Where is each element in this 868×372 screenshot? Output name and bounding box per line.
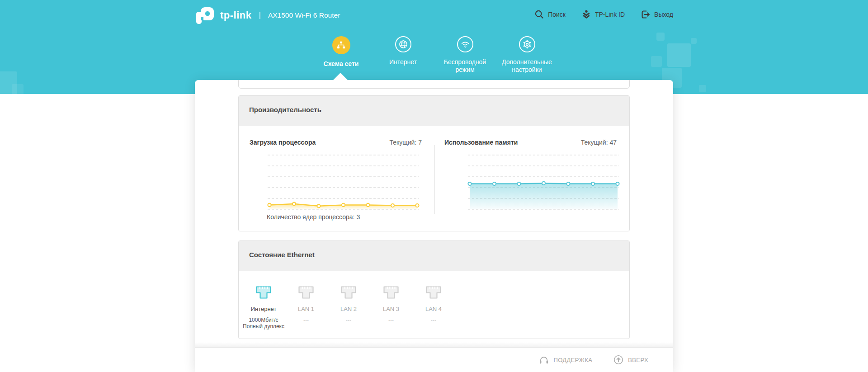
ethernet-port-icon xyxy=(383,286,399,299)
page: tp-link | AX1500 Wi-Fi 6 Router Поиск TP… xyxy=(0,0,868,372)
router-model-title: AX1500 Wi-Fi 6 Router xyxy=(268,11,340,19)
performance-panel: Производительность Загрузка процессора Т… xyxy=(238,95,630,231)
header-actions: Поиск TP-Link ID Выход xyxy=(534,9,673,20)
decor-square xyxy=(691,38,697,44)
port-status: --- xyxy=(388,317,394,323)
card-footer: ПОДДЕРЖКА ВВЕРХ xyxy=(195,347,673,372)
port-status: 1000Мбит/с Полный дуплекс xyxy=(243,317,284,330)
port-label: LAN 3 xyxy=(383,306,399,312)
decor-square xyxy=(667,43,691,67)
ethernet-port-icon xyxy=(425,286,442,299)
port-label: LAN 4 xyxy=(425,306,442,312)
search-button[interactable]: Поиск xyxy=(534,9,566,20)
ethernet-ports: Интернет 1000Мбит/с Полный дуплекс LAN 1… xyxy=(239,271,629,339)
performance-charts: Загрузка процессора Текущий: 7 Количеств… xyxy=(239,126,629,231)
tplink-id-label: TP-Link ID xyxy=(595,11,625,18)
content-card: Производительность Загрузка процессора Т… xyxy=(195,80,673,372)
tab-icon-circle xyxy=(395,36,411,52)
decor-square xyxy=(656,33,665,41)
sitemap-icon xyxy=(336,40,346,51)
memory-current-value: Текущий: 47 xyxy=(581,139,617,146)
cpu-chart-title: Загрузка процессора xyxy=(250,139,316,146)
logout-icon xyxy=(640,9,651,20)
cpu-current-value: Текущий: 7 xyxy=(389,139,422,146)
tab-internet[interactable]: Интернет xyxy=(372,36,434,74)
brand: tp-link | AX1500 Wi-Fi 6 Router xyxy=(195,6,340,24)
tab-label: Схема сети xyxy=(324,60,359,68)
tab-advanced-settings[interactable]: Дополнительные настройки xyxy=(496,36,558,74)
active-tab-pointer xyxy=(333,73,348,80)
performance-panel-header: Производительность xyxy=(239,96,629,126)
tab-icon-circle xyxy=(332,36,350,54)
port-lan3: LAN 3 --- xyxy=(370,286,412,330)
decor-square xyxy=(651,56,662,67)
ethernet-title: Состояние Ethernet xyxy=(249,251,629,259)
ethernet-panel-header: Состояние Ethernet xyxy=(239,241,629,271)
port-label: LAN 2 xyxy=(340,306,357,312)
cpu-chart: Загрузка процессора Текущий: 7 Количеств… xyxy=(239,126,434,231)
gear-icon xyxy=(522,39,532,49)
support-label: ПОДДЕРЖКА xyxy=(553,357,592,363)
decor-square xyxy=(12,84,24,96)
cpu-line-chart xyxy=(268,152,419,212)
scrolled-panel-bottom xyxy=(238,80,630,89)
search-icon xyxy=(534,9,545,20)
memory-chart: Использование памяти Текущий: 47 xyxy=(435,126,629,231)
port-status: --- xyxy=(346,317,351,323)
decor-square xyxy=(699,85,706,92)
tab-wireless[interactable]: Беспроводной режим xyxy=(434,36,496,74)
globe-icon xyxy=(398,39,408,49)
tab-label: Беспроводной режим xyxy=(437,58,493,74)
tplink-logo-icon xyxy=(195,6,216,24)
memory-line-chart xyxy=(468,152,619,212)
ethernet-port-icon xyxy=(298,286,314,299)
logo-text: tp-link xyxy=(220,9,252,21)
main-navigation: Схема сети Интернет xyxy=(310,36,558,74)
brand-separator: | xyxy=(257,11,263,20)
headset-icon xyxy=(538,354,549,365)
search-label: Поиск xyxy=(548,11,566,18)
port-label: Интернет xyxy=(251,306,277,312)
port-internet: Интернет 1000Мбит/с Полный дуплекс xyxy=(242,286,285,330)
ethernet-port-icon xyxy=(255,286,272,299)
logout-label: Выход xyxy=(654,11,673,18)
port-lan1: LAN 1 --- xyxy=(285,286,327,330)
port-lan4: LAN 4 --- xyxy=(412,286,455,330)
wifi-icon xyxy=(460,39,470,49)
memory-chart-title: Использование памяти xyxy=(444,139,518,146)
tplink-id-button[interactable]: TP-Link ID xyxy=(581,9,625,20)
port-lan2: LAN 2 --- xyxy=(327,286,370,330)
back-to-top-label: ВВЕРХ xyxy=(628,357,648,363)
tab-network-map[interactable]: Схема сети xyxy=(310,36,372,74)
ethernet-port-icon xyxy=(340,286,357,299)
ethernet-panel: Состояние Ethernet Интернет 1000Мбит/с П… xyxy=(238,240,630,339)
cpu-cores-label: Количество ядер процессора: 3 xyxy=(267,213,434,221)
port-status: --- xyxy=(303,317,309,323)
logout-button[interactable]: Выход xyxy=(640,9,673,20)
port-label: LAN 1 xyxy=(298,306,314,312)
tplink-id-icon xyxy=(581,9,592,20)
tab-icon-circle xyxy=(519,36,535,52)
performance-title: Производительность xyxy=(249,106,629,113)
port-status: --- xyxy=(431,317,436,323)
tab-label: Интернет xyxy=(389,58,417,66)
tab-icon-circle xyxy=(457,36,473,52)
support-link[interactable]: ПОДДЕРЖКА xyxy=(538,354,592,365)
back-to-top-link[interactable]: ВВЕРХ xyxy=(613,354,648,365)
arrow-up-circle-icon xyxy=(613,354,624,365)
tab-label: Дополнительные настройки xyxy=(499,58,555,74)
